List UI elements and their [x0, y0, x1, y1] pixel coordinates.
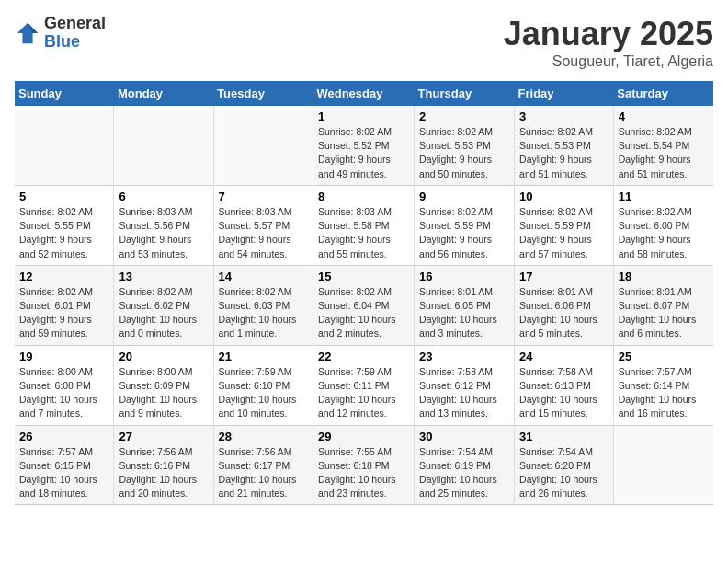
day-info: Sunrise: 8:03 AMSunset: 5:56 PMDaylight:… [119, 205, 208, 261]
calendar-cell: 28Sunrise: 7:56 AMSunset: 6:17 PMDayligh… [213, 425, 313, 505]
day-number: 4 [619, 109, 709, 123]
day-number: 25 [619, 350, 709, 363]
calendar-cell: 19Sunrise: 8:00 AMSunset: 6:08 PMDayligh… [15, 345, 114, 425]
calendar-cell: 9Sunrise: 8:02 AMSunset: 5:59 PMDaylight… [415, 185, 515, 265]
calendar-cell: 4Sunrise: 8:02 AMSunset: 5:54 PMDaylight… [613, 106, 713, 185]
day-number: 3 [519, 109, 609, 123]
day-number: 28 [219, 430, 308, 443]
calendar-cell: 31Sunrise: 7:54 AMSunset: 6:20 PMDayligh… [515, 425, 614, 505]
day-info: Sunrise: 8:02 AMSunset: 5:53 PMDaylight:… [419, 125, 509, 181]
calendar-cell: 26Sunrise: 7:57 AMSunset: 6:15 PMDayligh… [15, 425, 114, 505]
day-number: 23 [419, 350, 509, 363]
calendar-cell: 25Sunrise: 7:57 AMSunset: 6:14 PMDayligh… [613, 345, 713, 425]
calendar-week-row: 1Sunrise: 8:02 AMSunset: 5:52 PMDaylight… [15, 106, 713, 185]
day-info: Sunrise: 7:57 AMSunset: 6:14 PMDaylight:… [619, 365, 709, 421]
day-info: Sunrise: 8:02 AMSunset: 6:00 PMDaylight:… [619, 205, 709, 261]
calendar-cell: 15Sunrise: 8:02 AMSunset: 6:04 PMDayligh… [313, 265, 414, 345]
calendar-cell: 27Sunrise: 7:56 AMSunset: 6:16 PMDayligh… [114, 425, 213, 505]
day-number: 27 [119, 430, 208, 443]
calendar-cell [213, 106, 313, 185]
weekday-header-row: SundayMondayTuesdayWednesdayThursdayFrid… [15, 81, 713, 106]
calendar-table: SundayMondayTuesdayWednesdayThursdayFrid… [15, 81, 713, 505]
day-number: 6 [119, 190, 208, 203]
weekday-header-saturday: Saturday [613, 81, 713, 106]
calendar-cell: 10Sunrise: 8:02 AMSunset: 5:59 PMDayligh… [515, 185, 614, 265]
logo-text: General Blue [44, 15, 106, 52]
calendar-week-row: 26Sunrise: 7:57 AMSunset: 6:15 PMDayligh… [15, 425, 713, 505]
calendar-cell: 7Sunrise: 8:03 AMSunset: 5:57 PMDaylight… [213, 185, 313, 265]
weekday-header-thursday: Thursday [415, 81, 515, 106]
day-info: Sunrise: 7:54 AMSunset: 6:20 PMDaylight:… [519, 445, 609, 501]
day-info: Sunrise: 8:02 AMSunset: 5:54 PMDaylight:… [619, 125, 709, 181]
day-number: 15 [318, 270, 409, 283]
calendar-cell: 30Sunrise: 7:54 AMSunset: 6:19 PMDayligh… [415, 425, 515, 505]
calendar-cell [15, 106, 114, 185]
day-info: Sunrise: 8:01 AMSunset: 6:05 PMDaylight:… [419, 285, 509, 341]
day-number: 2 [419, 109, 509, 123]
day-info: Sunrise: 8:03 AMSunset: 5:57 PMDaylight:… [219, 205, 308, 261]
day-number: 17 [519, 270, 609, 283]
day-info: Sunrise: 7:58 AMSunset: 6:12 PMDaylight:… [419, 365, 509, 421]
calendar-cell: 5Sunrise: 8:02 AMSunset: 5:55 PMDaylight… [15, 185, 114, 265]
calendar-cell: 23Sunrise: 7:58 AMSunset: 6:12 PMDayligh… [415, 345, 515, 425]
calendar-cell: 18Sunrise: 8:01 AMSunset: 6:07 PMDayligh… [613, 265, 713, 345]
calendar-cell [613, 425, 713, 505]
calendar-cell: 16Sunrise: 8:01 AMSunset: 6:05 PMDayligh… [415, 265, 515, 345]
calendar-cell [114, 106, 213, 185]
day-number: 24 [519, 350, 609, 363]
day-number: 7 [219, 190, 308, 203]
logo: General Blue [15, 15, 106, 52]
day-number: 16 [419, 270, 509, 283]
day-info: Sunrise: 7:56 AMSunset: 6:17 PMDaylight:… [219, 445, 308, 501]
logo-blue-text: Blue [44, 33, 106, 52]
calendar-cell: 22Sunrise: 7:59 AMSunset: 6:11 PMDayligh… [313, 345, 414, 425]
logo-general-text: General [44, 15, 106, 33]
day-number: 31 [519, 430, 609, 443]
day-number: 22 [318, 350, 409, 363]
day-number: 13 [119, 270, 208, 283]
weekday-header-friday: Friday [515, 81, 614, 106]
calendar-subtitle: Sougueur, Tiaret, Algeria [504, 53, 713, 70]
calendar-header: SundayMondayTuesdayWednesdayThursdayFrid… [15, 81, 713, 106]
day-number: 30 [419, 430, 509, 443]
calendar-body: 1Sunrise: 8:02 AMSunset: 5:52 PMDaylight… [15, 106, 713, 505]
page-header: General Blue January 2025 Sougueur, Tiar… [15, 15, 713, 70]
calendar-cell: 29Sunrise: 7:55 AMSunset: 6:18 PMDayligh… [313, 425, 414, 505]
calendar-cell: 21Sunrise: 7:59 AMSunset: 6:10 PMDayligh… [213, 345, 313, 425]
calendar-week-row: 5Sunrise: 8:02 AMSunset: 5:55 PMDaylight… [15, 185, 713, 265]
weekday-header-tuesday: Tuesday [213, 81, 313, 106]
day-info: Sunrise: 7:56 AMSunset: 6:16 PMDaylight:… [119, 445, 208, 501]
day-info: Sunrise: 8:00 AMSunset: 6:09 PMDaylight:… [119, 365, 208, 421]
day-info: Sunrise: 7:58 AMSunset: 6:13 PMDaylight:… [519, 365, 609, 421]
calendar-title: January 2025 [504, 15, 713, 53]
day-number: 21 [219, 350, 308, 363]
calendar-cell: 13Sunrise: 8:02 AMSunset: 6:02 PMDayligh… [114, 265, 213, 345]
day-number: 19 [19, 350, 108, 363]
calendar-cell: 12Sunrise: 8:02 AMSunset: 6:01 PMDayligh… [15, 265, 114, 345]
day-info: Sunrise: 8:02 AMSunset: 5:59 PMDaylight:… [419, 205, 509, 261]
weekday-header-sunday: Sunday [15, 81, 114, 106]
day-number: 14 [219, 270, 308, 283]
day-info: Sunrise: 8:02 AMSunset: 6:02 PMDaylight:… [119, 285, 208, 341]
day-number: 11 [619, 190, 709, 203]
day-info: Sunrise: 8:02 AMSunset: 5:53 PMDaylight:… [519, 125, 609, 181]
day-info: Sunrise: 8:02 AMSunset: 5:55 PMDaylight:… [19, 205, 108, 261]
day-number: 8 [318, 190, 409, 203]
day-info: Sunrise: 8:01 AMSunset: 6:06 PMDaylight:… [519, 285, 609, 341]
weekday-header-wednesday: Wednesday [313, 81, 414, 106]
title-section: January 2025 Sougueur, Tiaret, Algeria [504, 15, 713, 70]
logo-icon [15, 20, 40, 46]
day-info: Sunrise: 8:02 AMSunset: 6:01 PMDaylight:… [19, 285, 108, 341]
day-number: 20 [119, 350, 208, 363]
calendar-cell: 8Sunrise: 8:03 AMSunset: 5:58 PMDaylight… [313, 185, 414, 265]
day-info: Sunrise: 7:55 AMSunset: 6:18 PMDaylight:… [318, 445, 409, 501]
day-info: Sunrise: 7:57 AMSunset: 6:15 PMDaylight:… [19, 445, 108, 501]
calendar-week-row: 19Sunrise: 8:00 AMSunset: 6:08 PMDayligh… [15, 345, 713, 425]
day-number: 18 [619, 270, 709, 283]
day-number: 26 [19, 430, 108, 443]
calendar-cell: 24Sunrise: 7:58 AMSunset: 6:13 PMDayligh… [515, 345, 614, 425]
calendar-cell: 20Sunrise: 8:00 AMSunset: 6:09 PMDayligh… [114, 345, 213, 425]
calendar-cell: 1Sunrise: 8:02 AMSunset: 5:52 PMDaylight… [313, 106, 414, 185]
day-number: 1 [318, 109, 409, 123]
calendar-cell: 3Sunrise: 8:02 AMSunset: 5:53 PMDaylight… [515, 106, 614, 185]
